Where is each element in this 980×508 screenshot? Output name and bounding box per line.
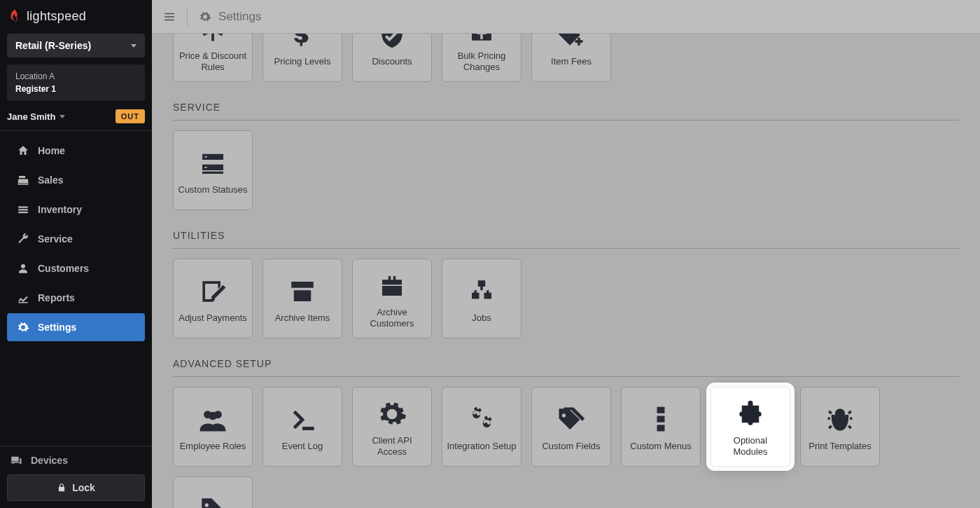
tile-item-fees[interactable]: Item Fees [531, 34, 611, 82]
cash-register-icon [17, 174, 29, 186]
tile-label: Archive Customers [357, 307, 427, 330]
tag-icon [197, 495, 228, 508]
main: Settings Price & Discount Rules Pricing … [152, 0, 980, 508]
tile-jobs[interactable]: Jobs [442, 259, 522, 338]
shop-selector-label: Retail (R-Series) [15, 40, 91, 51]
gear-icon [377, 399, 407, 430]
sidebar-item-label: Settings [38, 322, 76, 333]
sidebar-item-label: Home [38, 145, 65, 156]
sidebar-bottom: Devices Lock [0, 446, 152, 508]
utilities-tiles: Adjust Payments Archive Items Archive Cu… [173, 259, 959, 338]
register-name: Register 1 [15, 83, 136, 95]
tile-adjust-payments[interactable]: Adjust Payments [173, 259, 253, 338]
nav: Home Sales Inventory Service Customers R… [0, 131, 152, 446]
sidebar-item-home[interactable]: Home [7, 137, 145, 165]
section-title-service: SERVICE [173, 82, 959, 121]
caret-down-icon [59, 115, 65, 118]
tile-optional-modules[interactable]: Optional Modules [710, 387, 790, 467]
tile-label: Custom Statuses [178, 184, 248, 195]
tile-label: Adjust Payments [178, 313, 247, 324]
lock-icon [57, 483, 66, 493]
puzzle-icon [734, 399, 766, 429]
content: Price & Discount Rules Pricing Levels Di… [152, 34, 980, 508]
tile-print-templates[interactable]: Print Templates [800, 387, 880, 467]
tile-label: Integration Setup [447, 441, 516, 452]
tile-label: Custom Fields [542, 441, 600, 452]
chart-line-icon [17, 291, 29, 304]
page-title: Settings [218, 10, 261, 24]
sidebar-item-reports[interactable]: Reports [7, 284, 145, 312]
tile-label: Bulk Pricing Changes [447, 50, 517, 74]
tile-label-editor[interactable]: Label Editor [173, 476, 253, 508]
tile-custom-menus[interactable]: Custom Menus [621, 387, 701, 467]
gear-icon [199, 11, 211, 23]
edit-square-icon [197, 276, 228, 307]
sidebar-item-devices[interactable]: Devices [7, 446, 145, 474]
tile-custom-fields[interactable]: Custom Fields [531, 387, 611, 467]
inventory-icon [17, 203, 29, 216]
tile-integration-setup[interactable]: Integration Setup [442, 387, 522, 467]
tile-event-log[interactable]: Event Log [262, 387, 342, 467]
tile-discounts[interactable]: Discounts [352, 34, 432, 82]
briefcase-icon [377, 271, 407, 301]
register-selector[interactable]: Location A Register 1 [7, 64, 145, 101]
svg-point-3 [209, 412, 217, 420]
service-tiles: Custom Statuses [173, 130, 959, 210]
user-menu[interactable]: Jane Smith [7, 111, 65, 122]
divider [187, 7, 188, 27]
shield-check-icon [377, 34, 407, 50]
devices-icon [10, 454, 22, 467]
section-title-advanced: ADVANCED SETUP [173, 338, 959, 377]
dots-vertical-icon [654, 404, 668, 435]
lock-label: Lock [72, 482, 95, 493]
tile-label: Jobs [472, 313, 491, 324]
tile-client-api-access[interactable]: Client API Access [352, 387, 432, 467]
archive-box-icon [288, 277, 317, 306]
pricing-tiles: Price & Discount Rules Pricing Levels Di… [173, 34, 959, 82]
status-badge-out[interactable]: OUT [115, 109, 145, 123]
sidebar-item-customers[interactable]: Customers [7, 254, 145, 282]
tile-employee-roles[interactable]: Employee Roles [173, 387, 253, 467]
tile-pricing-levels[interactable]: Pricing Levels [262, 34, 342, 82]
tags-plus-icon [556, 34, 587, 50]
tile-label: Pricing Levels [274, 56, 331, 67]
dollar-icon [288, 34, 316, 49]
sidebar-item-inventory[interactable]: Inventory [7, 195, 145, 224]
tile-label: Archive Items [275, 313, 330, 324]
svg-rect-6 [657, 425, 665, 431]
wrench-icon [17, 233, 29, 245]
shop-selector[interactable]: Retail (R-Series) [7, 34, 145, 57]
tile-price-discount-rules[interactable]: Price & Discount Rules [173, 34, 253, 82]
tile-archive-customers[interactable]: Archive Customers [352, 259, 432, 338]
tile-label: Client API Access [357, 435, 427, 458]
tile-label: Price & Discount Rules [178, 50, 248, 74]
customers-icon [17, 262, 29, 275]
sidebar-item-label: Sales [38, 174, 64, 186]
tile-archive-items[interactable]: Archive Items [262, 259, 342, 338]
lock-button[interactable]: Lock [7, 474, 145, 501]
section-title-utilities: UTILITIES [173, 210, 959, 249]
sidebar-item-label: Reports [38, 292, 75, 303]
tile-bulk-pricing-changes[interactable]: Bulk Pricing Changes [442, 34, 522, 82]
brand: lightspeed [0, 0, 152, 29]
topbar: Settings [152, 0, 980, 34]
gears-icon [465, 404, 498, 435]
sidebar-item-service[interactable]: Service [7, 225, 145, 253]
sidebar-item-sales[interactable]: Sales [7, 166, 145, 194]
svg-rect-4 [657, 407, 665, 413]
hamburger-menu[interactable] [163, 11, 176, 23]
sidebar-item-label: Customers [38, 263, 89, 274]
tile-label: Event Log [282, 441, 323, 452]
bug-icon [825, 404, 855, 435]
tile-label: Optional Modules [715, 435, 785, 458]
terminal-icon [287, 406, 318, 434]
register-location: Location A [15, 70, 136, 83]
sidebar-item-label: Devices [31, 455, 68, 466]
tile-custom-statuses[interactable]: Custom Statuses [173, 130, 253, 210]
hamburger-icon [163, 11, 176, 23]
svg-rect-5 [657, 416, 665, 422]
sidebar-item-settings[interactable]: Settings [7, 313, 145, 341]
caret-down-icon [131, 44, 136, 48]
tile-label: Employee Roles [180, 441, 246, 452]
tags-icon [554, 405, 588, 434]
